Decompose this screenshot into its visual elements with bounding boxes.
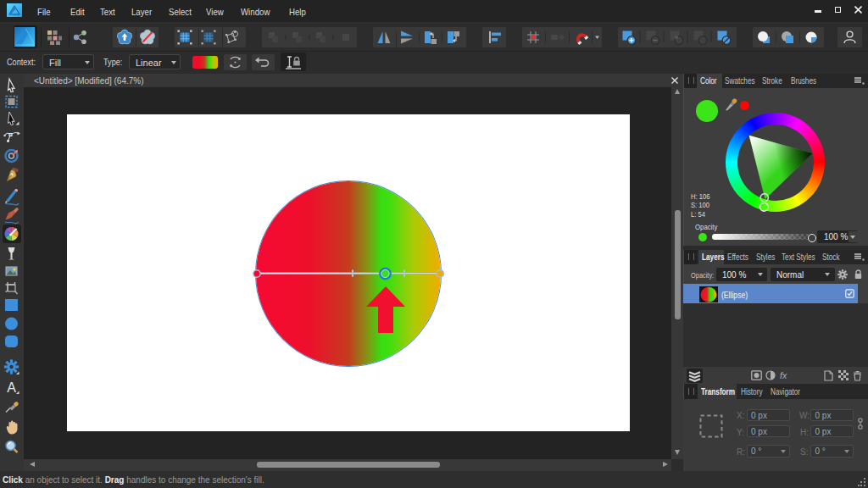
svg-text:A: A	[7, 380, 16, 395]
